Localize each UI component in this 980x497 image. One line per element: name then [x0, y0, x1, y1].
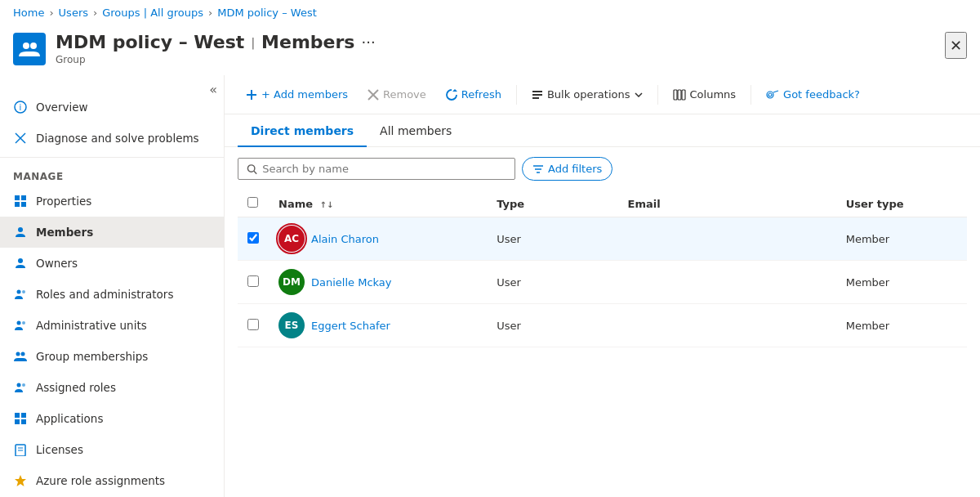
member-email [618, 304, 836, 347]
svg-text:i: i [20, 103, 22, 112]
row-checkbox[interactable] [247, 275, 259, 287]
member-name[interactable]: Danielle Mckay [311, 276, 392, 289]
sidebar-item-owners[interactable]: Owners [0, 248, 224, 279]
remove-icon [368, 89, 379, 101]
svg-point-13 [22, 290, 25, 293]
sidebar-item-roles[interactable]: Roles and administrators [0, 279, 224, 310]
row-checkbox[interactable] [247, 232, 259, 244]
sidebar-item-overview[interactable]: i Overview [0, 92, 224, 123]
breadcrumb-home[interactable]: Home [13, 7, 44, 19]
refresh-icon [446, 89, 457, 101]
table-row: ESEggert SchaferUserMember [238, 304, 967, 347]
col-header-type: Type [487, 190, 617, 217]
search-icon [247, 163, 257, 175]
applications-icon [13, 411, 28, 426]
member-usertype: Member [836, 261, 967, 304]
svg-rect-22 [15, 419, 20, 424]
azure-roles-icon [13, 473, 28, 488]
svg-point-11 [18, 258, 23, 263]
filter-icon [532, 163, 544, 175]
page-title: MDM policy – West [56, 32, 244, 52]
row-checkbox[interactable] [247, 319, 259, 330]
toolbar-divider-2 [657, 85, 658, 105]
svg-point-39 [767, 92, 773, 98]
sidebar-item-group-memberships[interactable]: Group memberships [0, 341, 224, 372]
sidebar-item-label: Azure role assignments [36, 474, 165, 487]
members-table-container: Name ↑↓ Type Email User type [225, 190, 980, 347]
tab-direct-members[interactable]: Direct members [238, 114, 367, 147]
sidebar-item-diagnose[interactable]: Diagnose and solve problems [0, 123, 224, 154]
col-header-usertype: User type [836, 190, 967, 217]
member-usertype: Member [836, 217, 967, 261]
sidebar-item-assigned-roles[interactable]: Assigned roles [0, 372, 224, 403]
remove-button[interactable]: Remove [359, 83, 434, 105]
refresh-button[interactable]: Refresh [438, 83, 510, 105]
ellipsis-menu[interactable]: ··· [361, 34, 375, 51]
col-header-name: Name ↑↓ [269, 190, 487, 217]
table-row: DMDanielle MckayUserMember [238, 261, 967, 304]
col-header-email: Email [618, 190, 836, 217]
close-button[interactable]: ✕ [945, 32, 967, 59]
member-email [618, 261, 836, 304]
member-name[interactable]: Eggert Schafer [311, 320, 390, 332]
sidebar-item-licenses[interactable]: Licenses [0, 434, 224, 465]
svg-rect-20 [15, 413, 20, 418]
table-row: ACAlain CharonUserMember [238, 217, 967, 261]
svg-point-14 [17, 321, 21, 325]
tabs-container: Direct members All members [225, 114, 980, 147]
col-header-checkbox [238, 190, 269, 217]
assigned-roles-icon [13, 380, 28, 395]
sidebar-item-applications[interactable]: Applications [0, 403, 224, 434]
page-header: MDM policy – West | Members ··· Group ✕ [0, 25, 980, 75]
svg-rect-6 [15, 195, 20, 200]
member-type: User [487, 261, 617, 304]
search-input[interactable] [262, 163, 506, 175]
svg-point-42 [247, 164, 254, 171]
sidebar: « i Overview Diagnose and solve problems… [0, 75, 225, 497]
breadcrumb: Home › Users › Groups | All groups › MDM… [0, 0, 980, 25]
toolbar: + Add members Remove Refresh Bulk operat… [225, 75, 980, 114]
avatar: AC [278, 226, 305, 252]
licenses-icon [13, 442, 28, 457]
group-icon [13, 33, 46, 65]
sidebar-item-properties[interactable]: Properties [0, 186, 224, 217]
add-members-button[interactable]: + Add members [238, 83, 356, 105]
member-type: User [487, 304, 617, 347]
bulk-operations-button[interactable]: Bulk operations [523, 83, 651, 105]
sidebar-item-label: Owners [36, 257, 78, 270]
add-filters-button[interactable]: Add filters [522, 157, 612, 181]
owners-icon [13, 256, 28, 271]
sidebar-item-label: Diagnose and solve problems [36, 132, 199, 145]
sidebar-collapse-button[interactable]: « [209, 82, 217, 97]
diagnose-icon [13, 131, 28, 146]
group-memberships-icon [13, 349, 28, 364]
sidebar-item-label: Licenses [36, 443, 83, 456]
sidebar-item-label: Group memberships [36, 350, 148, 363]
member-usertype: Member [836, 304, 967, 347]
avatar: ES [278, 312, 305, 338]
feedback-button[interactable]: Got feedback? [758, 83, 868, 105]
breadcrumb-current[interactable]: MDM policy – West [217, 7, 317, 19]
breadcrumb-groups[interactable]: Groups | All groups [102, 7, 203, 19]
sidebar-item-azure-roles[interactable]: Azure role assignments [0, 465, 224, 496]
columns-button[interactable]: Columns [665, 83, 745, 105]
svg-rect-23 [21, 419, 26, 424]
members-table: Name ↑↓ Type Email User type [238, 190, 967, 347]
svg-rect-8 [15, 202, 20, 207]
select-all-checkbox[interactable] [247, 197, 258, 208]
svg-rect-35 [532, 97, 539, 99]
tab-all-members[interactable]: All members [367, 114, 465, 147]
member-email [618, 217, 836, 261]
name-sort-icon[interactable]: ↑↓ [320, 200, 334, 209]
member-name[interactable]: Alain Charon [311, 233, 379, 245]
svg-rect-36 [674, 90, 677, 100]
search-box[interactable] [238, 158, 515, 180]
sidebar-item-admin-units[interactable]: Administrative units [0, 310, 224, 341]
svg-point-18 [17, 383, 21, 387]
breadcrumb-users[interactable]: Users [59, 7, 88, 19]
member-type: User [487, 217, 617, 261]
search-filter-row: Add filters [225, 147, 980, 190]
sidebar-item-members[interactable]: Members [0, 217, 224, 248]
sidebar-section-manage: Manage [0, 161, 224, 186]
svg-rect-21 [21, 413, 26, 418]
